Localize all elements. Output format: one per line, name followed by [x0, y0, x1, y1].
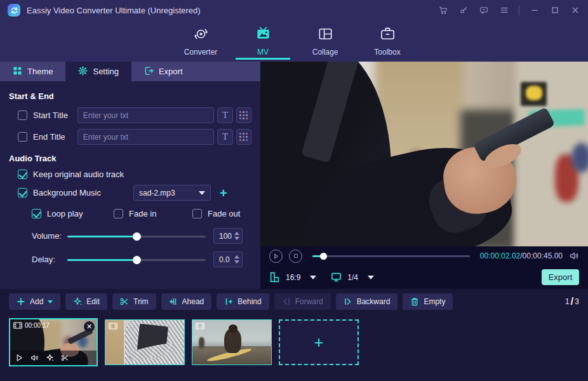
close-icon[interactable]	[570, 5, 580, 16]
aspect-ratio-dropdown-icon[interactable]	[310, 276, 316, 279]
start-title-input[interactable]	[77, 107, 215, 123]
tab-collage[interactable]: Collage	[305, 20, 345, 62]
preview-video[interactable]	[260, 62, 588, 246]
fade-in-label: Fade in	[129, 209, 192, 218]
screen-fraction-value: 1/4	[347, 273, 358, 282]
add-music-button[interactable]: +	[220, 187, 227, 199]
clip-duration: 00:00:17	[25, 322, 50, 329]
move-backward-icon	[344, 297, 352, 306]
insert-ahead-icon	[169, 297, 178, 306]
aspect-ratio-value: 16:9	[286, 273, 300, 282]
gear-icon	[78, 66, 88, 77]
maximize-icon[interactable]	[549, 5, 560, 16]
film-icon	[196, 323, 204, 330]
keep-original-checkbox[interactable]	[18, 170, 27, 179]
screen-split-dropdown-icon[interactable]	[368, 276, 374, 279]
start-title-font-button[interactable]: T	[217, 107, 232, 123]
remove-clip-icon[interactable]: ✕	[84, 321, 95, 332]
spin-down-icon[interactable]	[234, 260, 239, 264]
delay-input[interactable]: 0.0	[213, 251, 243, 267]
empty-button[interactable]: Empty	[403, 293, 453, 310]
end-title-font-button[interactable]: T	[217, 129, 232, 145]
fade-out-checkbox[interactable]	[192, 209, 202, 218]
chevron-down-icon	[199, 191, 205, 195]
title-bar: Eassiy Video Converter Ultimate (Unregis…	[0, 0, 588, 20]
style-grid-icon	[239, 111, 248, 120]
feedback-icon[interactable]	[478, 5, 489, 16]
behind-button[interactable]: Behind	[217, 293, 269, 310]
spin-down-icon[interactable]	[234, 237, 239, 240]
volume-slider-thumb[interactable]	[133, 232, 141, 241]
plus-icon	[17, 297, 25, 306]
tab-theme-label: Theme	[27, 67, 53, 76]
collage-icon	[317, 25, 334, 44]
keep-original-label: Keep original audio track	[33, 170, 124, 179]
start-title-style-button[interactable]	[236, 107, 251, 123]
spin-up-icon[interactable]	[234, 255, 239, 258]
chevron-down-icon	[48, 300, 53, 304]
aspect-ratio-icon	[269, 272, 280, 283]
page-indicator: 1 / 3	[565, 295, 579, 308]
volume-input[interactable]: 100	[213, 228, 243, 244]
tab-toolbox[interactable]: Toolbox	[368, 20, 407, 62]
register-key-icon[interactable]	[458, 5, 469, 16]
play-clip-icon[interactable]	[15, 354, 23, 362]
start-title-label: Start Title	[33, 110, 77, 120]
tab-toolbox-label: Toolbox	[374, 48, 400, 57]
minimize-icon[interactable]	[529, 5, 540, 16]
tab-mv[interactable]: MV	[243, 20, 283, 62]
tab-converter[interactable]: Converter	[181, 20, 220, 62]
background-music-checkbox[interactable]	[18, 188, 27, 197]
clip-thumbnail-3[interactable]	[192, 319, 272, 365]
edit-clip-icon[interactable]	[46, 354, 54, 362]
seek-bar[interactable]	[312, 252, 470, 260]
font-T-icon: T	[222, 110, 228, 121]
backward-button[interactable]: Backward	[336, 293, 398, 310]
delay-slider-thumb[interactable]	[133, 256, 141, 264]
film-icon	[109, 323, 117, 330]
scene-sign-yellow	[526, 86, 542, 100]
plus-icon: +	[314, 333, 323, 352]
insert-behind-icon	[224, 297, 233, 306]
add-button[interactable]: Add	[9, 293, 60, 310]
end-title-checkbox[interactable]	[18, 132, 27, 142]
trim-button[interactable]: Trim	[112, 293, 156, 310]
speaker-icon[interactable]	[569, 251, 579, 261]
clip-strip: 00:00:17 ✕	[9, 318, 579, 366]
tab-setting[interactable]: Setting	[65, 62, 131, 81]
background-music-row: Background Music sad-2.mp3 +	[9, 185, 251, 201]
forward-button[interactable]: Forward	[274, 293, 331, 310]
start-title-checkbox[interactable]	[18, 110, 27, 120]
page-current: 1	[565, 297, 570, 306]
mute-clip-icon[interactable]	[30, 354, 39, 362]
export-button[interactable]: Export	[542, 269, 579, 285]
spin-up-icon[interactable]	[234, 232, 239, 235]
fade-in-checkbox[interactable]	[114, 209, 123, 218]
playback-controls: 00:00:02.02/00:00:45.00	[260, 246, 588, 265]
trim-clip-icon[interactable]	[61, 354, 69, 362]
app-title: Eassiy Video Converter Ultimate (Unregis…	[27, 6, 201, 15]
clip-thumbnail-2[interactable]	[105, 319, 185, 365]
cart-icon[interactable]	[438, 5, 448, 16]
loop-play-checkbox[interactable]	[32, 209, 41, 218]
tab-theme[interactable]: Theme	[0, 62, 65, 81]
stop-button[interactable]	[289, 250, 302, 263]
film-badge	[196, 323, 204, 330]
add-clip-placeholder[interactable]: +	[279, 319, 359, 365]
scissors-icon	[120, 297, 129, 306]
ahead-button[interactable]: Ahead	[161, 293, 212, 310]
time-display: 00:00:02.02/00:00:45.00	[480, 251, 563, 260]
preview-panel: 00:00:02.02/00:00:45.00 16:9 1/4 Export	[260, 62, 588, 289]
background-music-select[interactable]: sad-2.mp3	[133, 185, 211, 201]
seek-thumb[interactable]	[320, 253, 327, 260]
menu-icon[interactable]	[498, 5, 509, 16]
end-title-style-button[interactable]	[236, 129, 251, 145]
tab-export[interactable]: Export	[131, 62, 196, 81]
scene-pedestrian	[571, 143, 588, 173]
clip-thumbnail-1[interactable]: 00:00:17 ✕	[9, 318, 98, 366]
delay-slider[interactable]	[67, 255, 206, 264]
edit-button[interactable]: Edit	[65, 293, 107, 310]
play-button[interactable]	[269, 250, 283, 263]
end-title-input[interactable]	[77, 129, 215, 145]
volume-slider[interactable]	[67, 232, 206, 241]
